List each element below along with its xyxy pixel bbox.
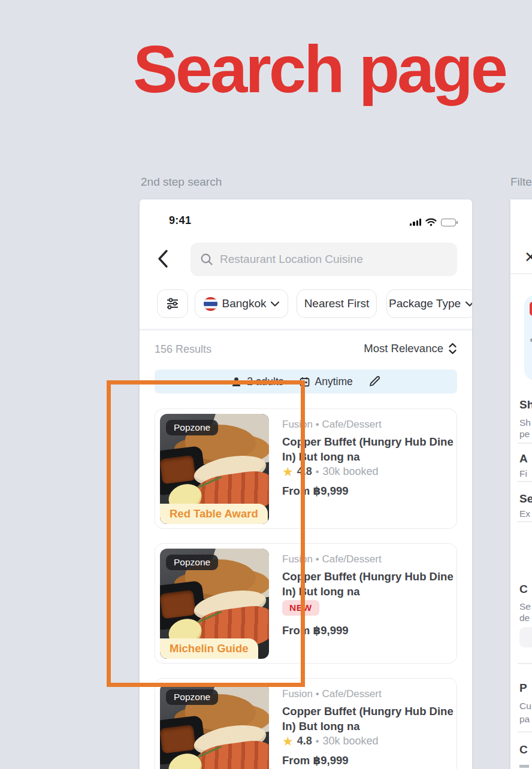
- location-chip-label: Bangkok: [222, 297, 267, 310]
- filter-section-title: A: [519, 452, 528, 465]
- sort-control[interactable]: Most Relevance: [364, 342, 457, 355]
- filter-option-chip[interactable]: [519, 627, 532, 647]
- filter-chip-row: Bangkok Nearest First Package Type: [140, 289, 472, 318]
- restaurant-title: Copper Buffet (Hungry Hub Dine In) But l…: [282, 434, 454, 464]
- design-canvas: Search page 2nd step search Filte 9:41: [0, 0, 532, 769]
- close-icon[interactable]: ✕: [524, 249, 532, 266]
- results-count: 156 Results: [155, 343, 211, 356]
- party-selector-bar[interactable]: 2 adults Anytime: [155, 370, 457, 393]
- booked-count: 30k booked: [322, 465, 378, 478]
- sort-updown-icon: [448, 343, 457, 355]
- battery-icon: [441, 219, 458, 226]
- section-divider: [518, 481, 532, 482]
- status-icons: [410, 218, 458, 226]
- filter-panel-frame: ✕ Sh Sh pe A Fi Se Ex C Se de P Cu pa C: [510, 199, 532, 769]
- wifi-icon: [425, 218, 437, 226]
- results-header: 156 Results Most Relevance: [155, 342, 457, 358]
- restaurant-card[interactable]: Popzone Fusion • Cafe/Dessert Copper Buf…: [155, 678, 457, 769]
- filter-section-title: Se: [519, 492, 532, 505]
- photo-badge: Popzone: [166, 689, 218, 705]
- filter-section-desc: pa: [519, 714, 530, 725]
- filter-section-desc: Ex: [519, 508, 530, 519]
- sliders-icon: [166, 298, 179, 310]
- chevron-down-icon: [466, 301, 472, 307]
- rating-row: ★ 4.8 • 30k booked: [282, 735, 379, 747]
- nearest-first-label: Nearest First: [304, 297, 370, 310]
- star-icon: ★: [282, 735, 294, 747]
- filter-section-desc: pe: [519, 429, 530, 440]
- calendar-icon: [300, 377, 310, 387]
- price-label: From ฿9,999: [282, 485, 349, 498]
- dot-separator: •: [316, 467, 319, 477]
- promo-red-badge: [530, 302, 532, 316]
- rating-row: ★ 4.8 • 30k booked: [282, 465, 379, 478]
- chevron-down-icon: [271, 301, 279, 307]
- section-divider: [518, 663, 532, 664]
- page-title: Search page: [133, 31, 528, 108]
- clipped-text-fragment: [519, 765, 529, 768]
- filter-section-desc: Cu: [519, 701, 531, 712]
- award-badge: Michelin Guide: [160, 638, 258, 659]
- photo-badge: Popzone: [166, 555, 218, 570]
- package-type-label: Package Type: [389, 297, 461, 310]
- section-divider: [518, 731, 532, 732]
- package-type-chip[interactable]: Package Type: [386, 289, 472, 318]
- rating-value: 4.8: [297, 465, 312, 478]
- restaurant-photo: Popzone: [160, 683, 269, 769]
- booked-count: 30k booked: [322, 735, 378, 747]
- party-time-label: Anytime: [315, 376, 353, 388]
- photo-badge: Popzone: [166, 420, 218, 435]
- restaurant-card[interactable]: Popzone Red Table Award Fusion • Cafe/De…: [155, 408, 457, 529]
- dot-separator: •: [316, 736, 319, 747]
- search-screen-frame: 9:41: [140, 199, 472, 769]
- restaurant-photo: Popzone Red Table Award: [160, 414, 269, 524]
- star-icon: ★: [282, 465, 294, 478]
- filter-section-title: Sh: [519, 398, 532, 411]
- filter-section-desc: Se: [519, 601, 531, 612]
- search-input[interactable]: [220, 253, 448, 266]
- location-chip[interactable]: Bangkok: [195, 289, 288, 318]
- header-divider: [140, 329, 472, 331]
- filters-button[interactable]: [157, 289, 188, 318]
- award-badge: Red Table Award: [160, 504, 268, 524]
- nearest-first-chip[interactable]: Nearest First: [297, 289, 377, 318]
- person-icon: [231, 377, 241, 387]
- restaurant-photo: Popzone Michelin Guide: [160, 549, 269, 659]
- cuisine-label: Fusion • Cafe/Dessert: [282, 419, 382, 431]
- rating-value: 4.8: [297, 735, 312, 747]
- price-label: From ฿9,999: [282, 754, 349, 767]
- filter-section-desc: Fi: [519, 468, 527, 479]
- cuisine-label: Fusion • Cafe/Dessert: [282, 553, 382, 565]
- new-badge: NEW: [282, 600, 319, 616]
- filter-section-desc: Sh: [519, 417, 531, 428]
- filter-section-title: C: [519, 583, 528, 596]
- promo-banner[interactable]: [524, 295, 532, 380]
- party-guests-label: 2 adults: [247, 376, 283, 388]
- frame-label-filter: Filte: [510, 175, 532, 189]
- search-icon: [200, 253, 213, 266]
- panel-divider: [510, 273, 532, 274]
- price-label: From ฿9,999: [282, 624, 349, 637]
- frame-label-search: 2nd step search: [141, 175, 222, 189]
- restaurant-title: Copper Buffet (Hungry Hub Dine In) But l…: [282, 569, 454, 599]
- signal-icon: [410, 219, 421, 226]
- section-divider: [518, 521, 532, 522]
- search-field[interactable]: [191, 243, 457, 276]
- thailand-flag-icon: [204, 297, 217, 311]
- sort-label: Most Relevance: [364, 342, 443, 355]
- section-divider: [518, 443, 532, 444]
- restaurant-card[interactable]: Popzone Michelin Guide Fusion • Cafe/Des…: [155, 543, 457, 664]
- status-time: 9:41: [169, 214, 191, 227]
- cuisine-label: Fusion • Cafe/Dessert: [282, 688, 382, 700]
- filter-section-title: P: [519, 682, 527, 695]
- restaurant-title: Copper Buffet (Hungry Hub Dine In) But l…: [282, 704, 454, 734]
- edit-pencil-icon[interactable]: [368, 376, 380, 387]
- back-button[interactable]: [156, 247, 172, 270]
- filter-section-desc: de: [519, 613, 530, 623]
- filter-section-title: C: [519, 743, 528, 756]
